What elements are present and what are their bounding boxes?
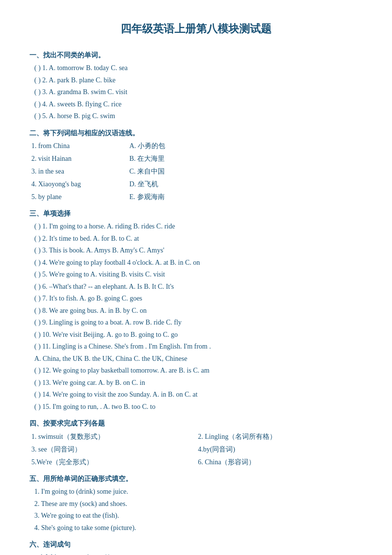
section2-title: 二、将下列词组与相应的汉语连线。 xyxy=(29,127,363,139)
section3: 三、单项选择 ( ) 1. I'm going to a horse. A. r… xyxy=(29,208,363,413)
section2: 二、将下列词组与相应的汉语连线。 1. from ChinaA. 小勇的包2. … xyxy=(29,127,363,203)
section3-question: ( ) 11. Lingling is a Chinese. She's fro… xyxy=(29,341,363,353)
section3-question: ( ) 12. We going to play basketball tomo… xyxy=(29,365,363,377)
matching-left: 1. from China xyxy=(29,140,127,152)
section4-col2: 2. Lingling（名词所有格） xyxy=(196,430,363,443)
section3-question: A. China, the UK B. the UK, China C. the… xyxy=(29,353,363,365)
section4: 四、按要求完成下列各题 1. swimsuit（复数形式）2. Lingling… xyxy=(29,418,363,468)
section4-col2: 6. China（形容词） xyxy=(196,456,363,469)
section3-question: ( ) 2. It's time to bed. A. for B. to C.… xyxy=(29,233,363,245)
section5-question: 1. I'm going to (drink) some juice. xyxy=(29,486,363,498)
matching-right: A. 小勇的包 xyxy=(127,140,363,152)
matching-left: 5. by plane xyxy=(29,191,127,203)
section4-col1: 5.We're（完全形式） xyxy=(29,456,196,469)
section6: 六、连词成句 ock We're to get going at (.)2. v… xyxy=(29,539,363,555)
section5-question: 4. She's going to take some (picture). xyxy=(29,522,363,534)
section3-question: ( ) 10. We're visit Beijing. A. go to B.… xyxy=(29,329,363,341)
section3-question: ( ) 9. Lingling is going to a boat. A. r… xyxy=(29,317,363,329)
matching-left: 2. visit Hainan xyxy=(29,152,127,165)
section3-question: ( ) 3. This is book. A. Amys B. Amy's C.… xyxy=(29,245,363,257)
section4-table: 1. swimsuit（复数形式）2. Lingling（名词所有格）3. se… xyxy=(29,430,363,468)
section3-question: ( ) 1. I'm going to a horse. A. riding B… xyxy=(29,221,363,233)
matching-right: E. 参观海南 xyxy=(127,191,363,203)
matching-left: 4. Xiaoyong's bag xyxy=(29,178,127,191)
matching-right: B. 在大海里 xyxy=(127,152,363,165)
section5: 五、用所给单词的正确形式填空。 1. I'm going to (drink) … xyxy=(29,473,363,534)
section6-title: 六、连词成句 xyxy=(29,539,363,551)
section3-question: ( ) 14. We're going to visit the zoo Sun… xyxy=(29,389,363,401)
matching-left: 3. in the sea xyxy=(29,165,127,178)
section3-question: ( ) 5. We're going to A. visiting B. vis… xyxy=(29,269,363,281)
section4-title: 四、按要求完成下列各题 xyxy=(29,418,363,429)
section1-question: ( ) 1. A. tomorrow B. today C. sea xyxy=(29,62,363,75)
section6-question: ock We're to get going at (.) xyxy=(29,552,363,555)
page-title: 四年级英语上册第八模块测试题 xyxy=(29,20,363,38)
section1-question: ( ) 5. A. horse B. pig C. swim xyxy=(29,110,363,123)
section4-col2: 4.by(同音词) xyxy=(196,443,363,456)
matching-right: C. 来自中国 xyxy=(127,165,363,178)
matching-row: 2. visit HainanB. 在大海里 xyxy=(29,152,363,165)
section3-question: ( ) 8. We are going bus. A. in B. by C. … xyxy=(29,305,363,317)
section4-row: 1. swimsuit（复数形式）2. Lingling（名词所有格） xyxy=(29,430,363,443)
matching-right: D. 坐飞机 xyxy=(127,178,363,191)
matching-row: 5. by planeE. 参观海南 xyxy=(29,191,363,203)
section3-question: ( ) 6. –What's that? -- an elephant. A. … xyxy=(29,281,363,293)
section1-question: ( ) 3. A. grandma B. swim C. visit xyxy=(29,86,363,99)
section3-question: ( ) 13. We're going car. A. by B. on C. … xyxy=(29,377,363,389)
matching-table: 1. from ChinaA. 小勇的包2. visit HainanB. 在大… xyxy=(29,140,363,203)
section3-question: ( ) 4. We're going to play football 4 o'… xyxy=(29,257,363,269)
section1: 一、找出不同类的单词。 ( ) 1. A. tomorrow B. today … xyxy=(29,50,363,122)
section4-row: 3. see（同音词）4.by(同音词) xyxy=(29,443,363,456)
matching-row: 4. Xiaoyong's bagD. 坐飞机 xyxy=(29,178,363,191)
section1-question: ( ) 2. A. park B. plane C. bike xyxy=(29,75,363,87)
section1-title: 一、找出不同类的单词。 xyxy=(29,50,363,61)
section5-question: 3. We're going to eat the (fish). xyxy=(29,510,363,522)
section4-col1: 1. swimsuit（复数形式） xyxy=(29,430,196,443)
section3-question: ( ) 15. I'm going to run, . A. two B. to… xyxy=(29,401,363,413)
section5-title: 五、用所给单词的正确形式填空。 xyxy=(29,473,363,485)
section3-question: ( ) 7. It's to fish. A. go B. going C. g… xyxy=(29,293,363,305)
matching-row: 3. in the seaC. 来自中国 xyxy=(29,165,363,178)
section1-question: ( ) 4. A. sweets B. flying C. rice xyxy=(29,99,363,111)
matching-row: 1. from ChinaA. 小勇的包 xyxy=(29,140,363,152)
section3-title: 三、单项选择 xyxy=(29,208,363,220)
section4-col1: 3. see（同音词） xyxy=(29,443,196,456)
section4-row: 5.We're（完全形式）6. China（形容词） xyxy=(29,456,363,469)
section5-question: 2. These are my (sock) and shoes. xyxy=(29,498,363,510)
